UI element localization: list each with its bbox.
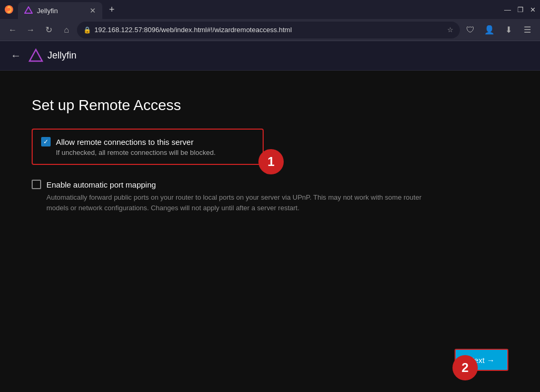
profile-icon[interactable]: 👤 (482, 23, 497, 37)
jellyfin-logo-text: Jellyfin (47, 50, 76, 61)
jellyfin-logo-icon (28, 48, 43, 63)
remote-connections-option-box: ✓ Allow remote connections to this serve… (32, 129, 264, 165)
port-mapping-row: Enable automatic port mapping (32, 180, 443, 189)
close-window-button[interactable]: ✕ (530, 6, 536, 14)
remote-connections-row: ✓ Allow remote connections to this serve… (41, 137, 254, 146)
menu-icon[interactable]: ☰ (520, 23, 535, 37)
tab-close-button[interactable]: ✕ (90, 6, 96, 15)
annotation-1-label: 1 (267, 154, 274, 169)
extensions-icon[interactable]: 🛡 (463, 23, 478, 37)
minimize-button[interactable]: — (504, 6, 511, 14)
remote-connections-label: Allow remote connections to this server (56, 138, 194, 146)
port-mapping-checkbox[interactable] (32, 180, 41, 189)
firefox-icon (4, 5, 14, 14)
page-content: ← Jellyfin Set up Remote Access ✓ Allow … (0, 41, 540, 392)
tab-favicon (24, 6, 33, 15)
title-bar: Jellyfin ✕ + — ❐ ✕ (0, 0, 540, 19)
downloads-icon[interactable]: ⬇ (501, 23, 516, 37)
tab-title: Jellyfin (37, 7, 58, 15)
jellyfin-logo: Jellyfin (28, 48, 76, 63)
annotation-1: 1 (258, 149, 284, 174)
bookmark-icon[interactable]: ☆ (447, 26, 454, 34)
annotation-2-label: 2 (461, 360, 468, 375)
new-tab-button[interactable]: + (104, 2, 119, 17)
forward-nav-button[interactable]: → (23, 23, 38, 37)
toolbar-actions: 🛡 👤 ⬇ ☰ (463, 23, 535, 37)
browser-chrome: Jellyfin ✕ + — ❐ ✕ ← → ↻ ⌂ 🔒 192.168.122… (0, 0, 540, 41)
address-bar[interactable]: 🔒 192.168.122.57:8096/web/index.html#!/w… (77, 22, 460, 38)
page-header: ← Jellyfin (0, 41, 540, 71)
window-controls: — ❐ ✕ (504, 6, 536, 14)
restore-button[interactable]: ❐ (517, 6, 524, 14)
browser-toolbar: ← → ↻ ⌂ 🔒 192.168.122.57:8096/web/index.… (0, 19, 540, 41)
wizard-title: Set up Remote Access (32, 97, 443, 114)
port-mapping-desc: Automatically forward public ports on yo… (46, 192, 443, 213)
wizard-content: Set up Remote Access ✓ Allow remote conn… (0, 71, 475, 252)
url-text: 192.168.122.57:8096/web/index.html#!/wiz… (94, 26, 444, 34)
port-mapping-label: Enable automatic port mapping (46, 180, 156, 189)
svg-marker-1 (25, 7, 32, 13)
security-icon: 🔒 (83, 26, 91, 34)
svg-marker-2 (30, 50, 42, 61)
remote-connections-desc: If unchecked, all remote connections wil… (56, 149, 254, 156)
port-mapping-option: Enable automatic port mapping Automatica… (32, 180, 443, 213)
remote-connections-checkbox[interactable]: ✓ (41, 137, 51, 146)
home-button[interactable]: ⌂ (59, 23, 74, 37)
annotation-2: 2 (452, 355, 478, 380)
checkmark-icon: ✓ (43, 139, 49, 145)
wizard-back-button[interactable]: ← (11, 50, 21, 62)
browser-tab[interactable]: Jellyfin ✕ (18, 2, 102, 19)
back-nav-button[interactable]: ← (5, 23, 20, 37)
reload-button[interactable]: ↻ (41, 23, 56, 37)
